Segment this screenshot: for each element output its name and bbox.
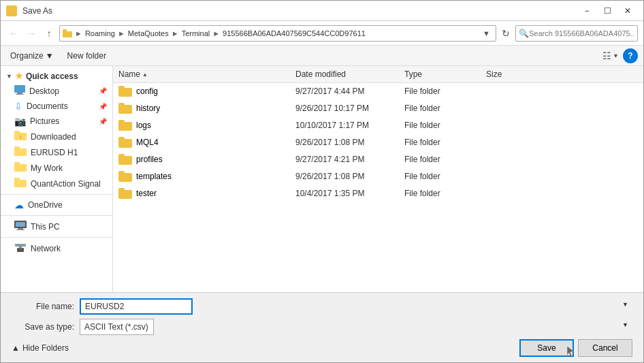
column-header-name[interactable]: Name ▲ (113, 67, 290, 81)
table-row[interactable]: history 9/26/2017 10:17 PM File folder (113, 100, 643, 117)
file-size-cell (481, 158, 535, 161)
search-icon: 🔍 (519, 29, 529, 38)
address-dropdown-arrow[interactable]: ▼ (480, 29, 493, 37)
file-name-cell: history (113, 101, 290, 115)
breadcrumb-terminal[interactable]: Terminal (182, 29, 210, 37)
breadcrumb-roaming[interactable]: Roaming (85, 29, 115, 37)
quick-access-star-icon: ★ (15, 71, 23, 81)
filename-input[interactable] (80, 298, 193, 315)
file-size-cell (481, 124, 535, 127)
table-row[interactable]: config 9/27/2017 4:44 PM File folder (113, 83, 643, 100)
hide-folders-button[interactable]: ▲ Hide Folders (12, 343, 69, 353)
view-button[interactable]: ☷ ▼ (601, 49, 620, 63)
file-name-cell: MQL4 (113, 136, 290, 149)
search-input[interactable] (529, 29, 634, 37)
onedrive-icon: ☁ (14, 200, 24, 210)
sidebar-divider-3 (1, 237, 112, 238)
file-size-cell (481, 107, 535, 110)
sort-arrow-icon: ▲ (142, 72, 148, 78)
window-title: Save As (22, 6, 52, 16)
sidebar-item-network-label: Network (31, 244, 61, 253)
mywork-folder-icon (14, 162, 27, 174)
maximize-button[interactable]: ☐ (597, 1, 617, 21)
save-button[interactable]: Save (519, 339, 574, 357)
file-name: logs (136, 121, 151, 130)
column-date-label: Date modified (295, 69, 346, 79)
table-row[interactable]: MQL4 9/26/2017 1:08 PM File folder (113, 134, 643, 151)
action-toolbar: Organize ▼ New folder ☷ ▼ ? (1, 46, 643, 66)
column-header-type[interactable]: Type (399, 67, 481, 81)
save-label: Save (537, 343, 556, 353)
desktop-icon (14, 85, 25, 97)
sidebar-item-thispc[interactable]: This PC (1, 219, 112, 234)
file-size-cell (481, 90, 535, 93)
file-name-cell: config (113, 84, 290, 98)
sidebar-item-mywork[interactable]: My Work (1, 160, 112, 176)
breadcrumb-metaquotes[interactable]: MetaQuotes (128, 29, 169, 37)
file-folder-icon (118, 171, 132, 182)
table-row[interactable]: logs 10/10/2017 1:17 PM File folder (113, 117, 643, 134)
minimize-button[interactable]: − (577, 1, 597, 21)
table-row[interactable]: templates 9/26/2017 1:08 PM File folder (113, 168, 643, 185)
view-dropdown-icon: ▼ (613, 52, 619, 59)
svg-rect-18 (18, 228, 23, 230)
organize-chevron-icon: ▼ (46, 51, 54, 61)
file-date-cell: 10/4/2017 1:35 PM (290, 187, 399, 200)
back-button[interactable]: ← (6, 26, 21, 41)
breadcrumb-icon (63, 29, 72, 38)
bottom-form-area: File name: Save as type: ASCII Text (*.c… (1, 292, 643, 362)
sidebar-item-network[interactable]: Network (1, 240, 112, 256)
sidebar-item-quantaction-label: QuantAction Signal (31, 179, 101, 189)
network-section: Network (1, 240, 112, 256)
table-row[interactable]: profiles 9/27/2017 4:21 PM File folder (113, 151, 643, 168)
thispc-icon (14, 221, 27, 232)
filename-row: File name: (12, 298, 632, 315)
breadcrumb-sep-0: ► (75, 29, 82, 37)
cancel-button[interactable]: Cancel (578, 339, 632, 357)
up-button[interactable]: ↑ (42, 26, 57, 41)
svg-point-23 (17, 244, 18, 246)
refresh-button[interactable]: ↻ (499, 27, 513, 40)
sidebar-item-downloaded[interactable]: ↓ Downloaded (1, 129, 112, 144)
organize-button[interactable]: Organize ▼ (6, 50, 58, 62)
address-bar[interactable]: ► Roaming ► MetaQuotes ► Terminal ► 9155… (59, 25, 496, 42)
svg-marker-26 (567, 346, 574, 358)
close-button[interactable]: ✕ (617, 1, 638, 21)
file-name-cell: tester (113, 187, 290, 200)
svg-point-25 (22, 244, 24, 246)
sidebar-item-desktop[interactable]: Desktop 📌 (1, 83, 112, 99)
savetype-row: Save as type: ASCII Text (*.csv) (12, 319, 632, 335)
sidebar-item-documents-label: Documents (27, 101, 68, 111)
pin-icon-documents: 📌 (99, 103, 107, 110)
main-content: ▼ ★ Quick access Desktop 📌 (1, 66, 643, 292)
breadcrumb-sep-2: ► (172, 29, 179, 37)
new-folder-button[interactable]: New folder (63, 50, 110, 62)
table-row[interactable]: tester 10/4/2017 1:35 PM File folder (113, 185, 643, 202)
title-bar-left: Save As (6, 5, 52, 16)
help-button[interactable]: ? (623, 48, 638, 63)
savetype-select[interactable]: ASCII Text (*.csv) (80, 319, 154, 335)
sidebar-item-documents[interactable]: ⇩ Documents 📌 (1, 99, 112, 114)
search-box[interactable]: 🔍 (515, 25, 638, 42)
svg-rect-1 (7, 7, 11, 10)
sidebar: ▼ ★ Quick access Desktop 📌 (1, 66, 113, 292)
svg-rect-19 (16, 230, 25, 230)
file-name: MQL4 (136, 138, 159, 147)
column-header-size[interactable]: Size (481, 67, 535, 81)
sidebar-item-quantaction[interactable]: QuantAction Signal (1, 176, 112, 191)
file-folder-icon (118, 86, 132, 97)
organize-label: Organize (10, 51, 44, 61)
column-header-date[interactable]: Date modified (290, 67, 399, 81)
column-size-label: Size (486, 69, 502, 79)
sidebar-item-pictures[interactable]: 📷 Pictures 📌 (1, 114, 112, 129)
sidebar-item-onedrive[interactable]: ☁ OneDrive (1, 198, 112, 212)
sidebar-item-mywork-label: My Work (31, 163, 63, 173)
onedrive-section: ☁ OneDrive (1, 198, 112, 212)
sidebar-item-onedrive-label: OneDrive (28, 200, 63, 210)
breadcrumb-guid[interactable]: 915566BA06ADA407569C544CC0D97611 (223, 29, 366, 37)
svg-rect-11 (14, 146, 20, 150)
svg-rect-15 (14, 178, 20, 181)
sidebar-item-eurusd[interactable]: EURUSD H1 (1, 144, 112, 160)
quick-access-header[interactable]: ▼ ★ Quick access (1, 69, 112, 83)
forward-button[interactable]: → (24, 26, 39, 41)
